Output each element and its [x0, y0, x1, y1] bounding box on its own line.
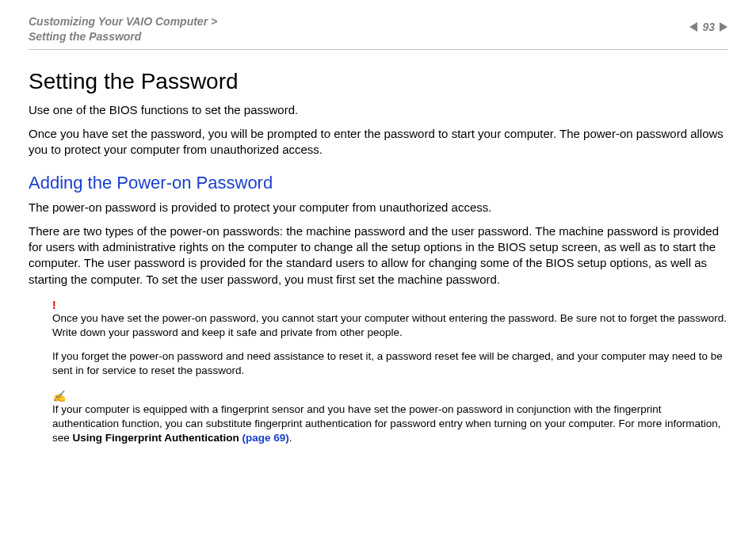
tip-bold-ref: Using Fingerprint Authentication [73, 432, 242, 444]
breadcrumb-line-2: Setting the Password [29, 30, 141, 43]
tip-note: ✍ If your computer is equipped with a fi… [52, 390, 727, 446]
warning-icon: ! [52, 299, 727, 311]
page-title: Setting the Password [29, 69, 727, 94]
tip-page-link[interactable]: (page 69) [242, 432, 289, 444]
tip-text-post: . [289, 432, 292, 444]
breadcrumb-line-1: Customizing Your VAIO Computer > [29, 15, 217, 28]
page-number: 93 [702, 21, 715, 33]
prev-page-icon[interactable] [689, 22, 697, 32]
page-nav: 93 [689, 21, 727, 33]
intro-paragraph-2: Once you have set the password, you will… [29, 126, 727, 158]
intro-paragraph-1: Use one of the BIOS functions to set the… [29, 102, 727, 118]
section-paragraph-2: There are two types of the power-on pass… [29, 223, 727, 288]
tip-icon: ✍ [52, 390, 727, 402]
warning-note: ! Once you have set the power-on passwor… [52, 299, 727, 379]
header-rule [29, 49, 727, 50]
warning-text-2: If you forget the power-on password and … [52, 349, 727, 378]
next-page-icon[interactable] [720, 22, 727, 32]
warning-text-1: Once you have set the power-on password,… [52, 311, 727, 340]
section-heading: Adding the Power-on Password [29, 173, 727, 193]
tip-text: If your computer is equipped with a fing… [52, 402, 727, 446]
section-paragraph-1: The power-on password is provided to pro… [29, 200, 727, 216]
breadcrumb: Customizing Your VAIO Computer > Setting… [29, 14, 217, 44]
